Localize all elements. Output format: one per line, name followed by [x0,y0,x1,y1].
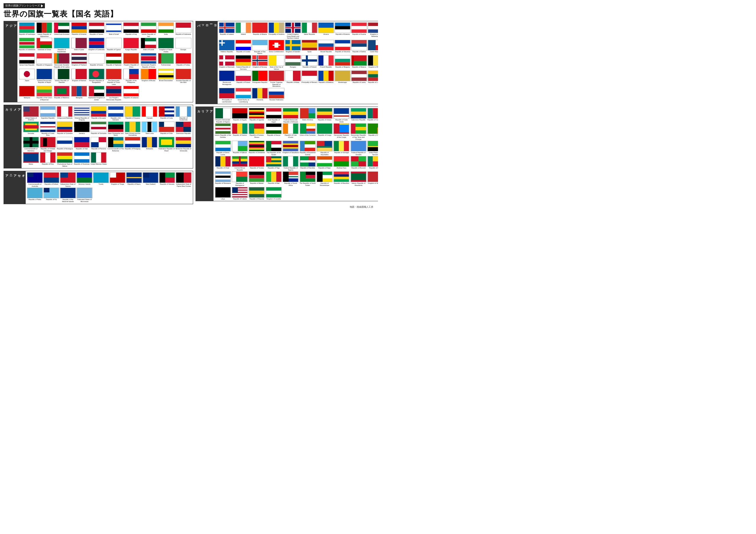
flag-item-si: Republic of Slovenia [335,40,351,55]
flag-box-sa [158,38,174,48]
svg-rect-528 [249,175,264,178]
svg-rect-562 [232,194,248,195]
svg-rect-323 [236,62,251,65]
svg-rect-67 [106,53,122,57]
svg-rect-225 [74,156,89,159]
flag-item-ru: Russian Federation [268,88,284,103]
flag-box-dj [232,141,248,151]
svg-rect-293 [236,43,251,47]
flag-box-sd [266,141,282,151]
flag-item-us: United States of America [23,106,39,121]
flag-box-lt [368,70,378,81]
flag-item-kz: Republic of Kazakhstan [53,38,70,53]
flag-box-ke [266,123,282,134]
svg-rect-279 [335,23,350,26]
svg-rect-214 [176,144,191,147]
flag-box-gq [300,141,316,151]
flag-item-np: Federal Democratic Republic of Nepal [36,69,53,86]
flag-item-ga: Gabonese Republic [350,108,366,123]
svg-rect-83 [54,69,58,79]
flag-box-nz [143,172,159,183]
flag-item-be: Kingdom of Belgium [368,55,378,70]
svg-rect-0 [19,23,35,26]
flag-box-mr [351,171,366,182]
africa-content: People's Democratic Republic of AlgeriaR… [213,107,378,201]
svg-rect-34 [19,45,35,48]
svg-rect-229 [101,153,106,163]
flag-box-td [215,156,231,167]
svg-rect-74 [141,61,156,62]
flag-item-cf: Central African Republic [231,156,248,171]
flag-box-ag [57,106,73,117]
svg-rect-468 [283,145,298,147]
flag-name-do: Dominican Republic [176,133,191,135]
flag-item-sk: Slovak Republic [318,40,334,55]
flag-name-hn: Republic of Honduras [74,163,90,165]
flag-box-il [106,22,122,33]
svg-rect-158 [40,130,56,132]
svg-rect-571 [266,194,281,197]
flag-name-gh: Republic of Ghana [318,119,331,121]
svg-rect-283 [352,26,367,29]
svg-rect-567 [249,191,264,194]
svg-rect-306 [319,40,334,43]
flag-item-to: Kingdom of Tonga [110,172,125,187]
flag-box-lr [232,187,248,198]
flag-item-ba: Bosnia and Herzegovina [219,70,235,87]
svg-rect-27 [158,30,173,33]
flag-box-md [318,70,334,81]
svg-rect-485 [215,156,220,166]
svg-rect-525 [236,172,248,177]
flag-box-ec [91,106,107,117]
flag-name-lc: Saint Lucia [146,133,153,135]
flag-box-qa [71,38,87,48]
america-content: United States of AmericaArgentine Republ… [21,105,193,168]
oceania-flag-grid: Commonwealth of AustraliaRepublic of Kir… [27,172,192,202]
flag-name-kw: State of Kuwait [143,49,154,51]
svg-rect-75 [141,62,156,64]
svg-rect-130 [74,112,89,113]
flag-name-rs: Republic of Serbia [353,51,366,53]
flag-name-gm: Islamic Republic of the Gambia [215,134,231,138]
flag-item-tr: Republic of Turkey [175,53,192,68]
flag-item-bn: Brunei Darussalam [157,69,174,86]
flag-item-zw: Republic of Zimbabwe [249,141,265,156]
flag-box-lc [142,121,157,132]
flag-box-za [283,171,299,182]
svg-rect-108 [82,86,87,96]
flag-box-mz [316,171,333,182]
flag-name-mg: Republic of Madagascar [231,182,248,186]
svg-rect-224 [74,153,89,156]
svg-rect-17 [106,24,122,25]
svg-rect-268 [279,23,284,33]
oceania-content: Commonwealth of AustraliaRepublic of Kir… [26,171,193,204]
flag-box-bn [158,69,174,79]
svg-rect-277 [319,23,334,28]
svg-rect-292 [236,40,251,43]
svg-rect-352 [253,71,258,81]
svg-rect-553 [351,180,366,182]
svg-rect-117 [124,89,139,93]
svg-rect-353 [258,71,267,81]
flag-item-td: Republic of Chad [215,156,231,171]
flag-name-kr: Republic of Korea [90,64,103,66]
flag-name-zm: Republic of Zambia [368,134,378,136]
flag-name-bt: Kingdom of Bhutan [142,80,156,82]
svg-rect-548 [334,174,349,177]
flag-name-sd: The Republic of the Sudan [265,152,282,156]
flag-name-mr: Islamic Republic of Mauritania [350,182,366,186]
svg-rect-392 [266,115,281,118]
svg-rect-1 [19,26,35,29]
flag-item-kr: Republic of Korea [88,53,105,68]
svg-rect-409 [368,108,373,118]
flag-box-kw [141,38,156,48]
svg-rect-531 [271,172,276,182]
flag-item-sz: Kingdom of Swaziland [283,141,299,156]
svg-rect-337 [319,56,324,65]
svg-rect-517 [373,156,378,161]
svg-rect-98 [158,75,173,77]
flag-name-bd: People's Republic of Bangladesh [88,80,105,84]
svg-rect-307 [319,43,334,47]
svg-rect-219 [45,153,50,163]
flag-name-in: India [164,33,168,36]
